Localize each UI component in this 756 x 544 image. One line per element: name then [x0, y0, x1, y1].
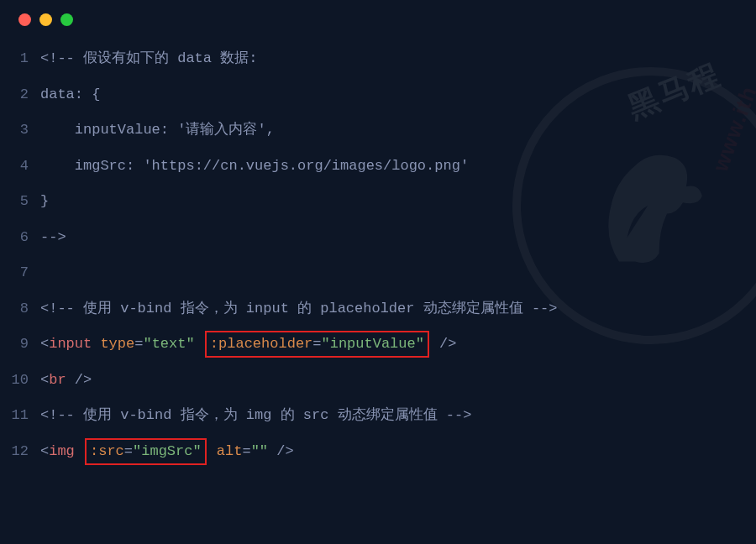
- line-content: <img :src="imgSrc" alt="" />: [40, 434, 756, 470]
- line-content: <!-- 使用 v-bind 指令，为 img 的 src 动态绑定属性值 --…: [40, 398, 756, 434]
- line-number: 8: [0, 291, 40, 327]
- code-token: <!--: [40, 407, 75, 423]
- code-line: 6-->: [0, 220, 756, 256]
- code-token: "imgSrc": [133, 443, 202, 459]
- code-editor[interactable]: 1<!-- 假设有如下的 data 数据:2data: {3 inputValu…: [0, 34, 756, 469]
- code-token: "inputValue": [321, 336, 423, 352]
- code-token: br: [49, 372, 66, 388]
- code-token: alt: [217, 443, 243, 459]
- code-token: <: [40, 372, 49, 388]
- code-token: />: [439, 336, 456, 352]
- code-token: <!--: [40, 301, 75, 316]
- code-token: img: [49, 443, 75, 459]
- code-token: />: [276, 443, 293, 459]
- highlight-box: :placeholder="inputValue": [205, 331, 429, 358]
- code-line: 7: [0, 255, 756, 291]
- line-content: data: {: [40, 77, 756, 113]
- code-token: 假设有如下的 data 数据:: [75, 50, 258, 66]
- code-token: [431, 336, 439, 352]
- line-content: <!-- 使用 v-bind 指令，为 input 的 placeholder …: [40, 291, 756, 327]
- code-line: 9<input type="text" :placeholder="inputV…: [0, 327, 756, 363]
- line-number: 10: [0, 363, 40, 399]
- code-token: "text": [143, 336, 194, 352]
- line-number: 9: [0, 327, 40, 363]
- line-content: -->: [40, 220, 756, 256]
- line-content: <input type="text" :placeholder="inputVa…: [40, 327, 756, 363]
- line-content: inputValue: '请输入内容',: [40, 112, 756, 149]
- line-number: 7: [0, 255, 40, 291]
- line-number: 6: [0, 220, 40, 256]
- code-line: 1<!-- 假设有如下的 data 数据:: [0, 41, 756, 77]
- code-line: 3 inputValue: '请输入内容',: [0, 112, 756, 149]
- code-line: 10<br />: [0, 363, 756, 399]
- code-token: -->: [446, 407, 472, 423]
- code-token: :placeholder: [210, 336, 312, 352]
- code-token: [92, 336, 100, 352]
- code-token: 使用 v-bind 指令，为 input 的 placeholder 动态绑定属…: [75, 301, 532, 316]
- code-token: input: [49, 336, 92, 352]
- code-token: [268, 443, 276, 459]
- code-token: data: {: [40, 86, 100, 102]
- line-content: }: [40, 184, 756, 220]
- line-number: 12: [0, 434, 40, 470]
- code-token: [195, 336, 203, 352]
- window-controls: [0, 0, 756, 34]
- code-line: 4 imgSrc: 'https://cn.vuejs.org/images/l…: [0, 149, 756, 185]
- code-token: =: [242, 443, 250, 459]
- code-line: 2data: {: [0, 77, 756, 113]
- code-token: 使用 v-bind 指令，为 img 的 src 动态绑定属性值: [75, 407, 446, 423]
- line-number: 3: [0, 112, 40, 149]
- code-line: 5}: [0, 184, 756, 220]
- highlight-box: :src="imgSrc": [85, 438, 207, 465]
- line-number: 2: [0, 77, 40, 113]
- line-content: imgSrc: 'https://cn.vuejs.org/images/log…: [40, 149, 756, 185]
- code-token: -->: [532, 301, 558, 316]
- code-token: <: [40, 336, 49, 352]
- code-token: imgSrc: 'https://cn.vuejs.org/images/log…: [40, 158, 469, 174]
- minimize-icon[interactable]: [39, 13, 52, 26]
- code-token: <: [40, 443, 49, 459]
- line-number: 4: [0, 149, 40, 185]
- code-token: [66, 372, 75, 388]
- code-line: 11<!-- 使用 v-bind 指令，为 img 的 src 动态绑定属性值 …: [0, 398, 756, 434]
- line-number: 11: [0, 398, 40, 434]
- code-token: =: [312, 336, 321, 352]
- line-content: <!-- 假设有如下的 data 数据:: [40, 41, 756, 77]
- code-token: inputValue: '请输入内容',: [40, 122, 275, 138]
- line-content: <br />: [40, 363, 756, 399]
- code-line: 8<!-- 使用 v-bind 指令，为 input 的 placeholder…: [0, 291, 756, 327]
- code-token: <!--: [40, 50, 75, 66]
- line-number: 1: [0, 41, 40, 77]
- code-line: 12<img :src="imgSrc" alt="" />: [0, 434, 756, 470]
- code-token: -->: [40, 229, 66, 245]
- close-icon[interactable]: [18, 13, 31, 26]
- code-token: =: [124, 443, 133, 459]
- code-token: "": [251, 443, 268, 459]
- code-token: }: [40, 193, 49, 209]
- code-token: :src: [90, 443, 124, 459]
- maximize-icon[interactable]: [60, 13, 73, 26]
- code-token: =: [134, 336, 143, 352]
- code-token: [75, 443, 83, 459]
- code-token: />: [75, 372, 92, 388]
- code-token: [208, 443, 217, 459]
- code-token: type: [100, 336, 134, 352]
- line-number: 5: [0, 184, 40, 220]
